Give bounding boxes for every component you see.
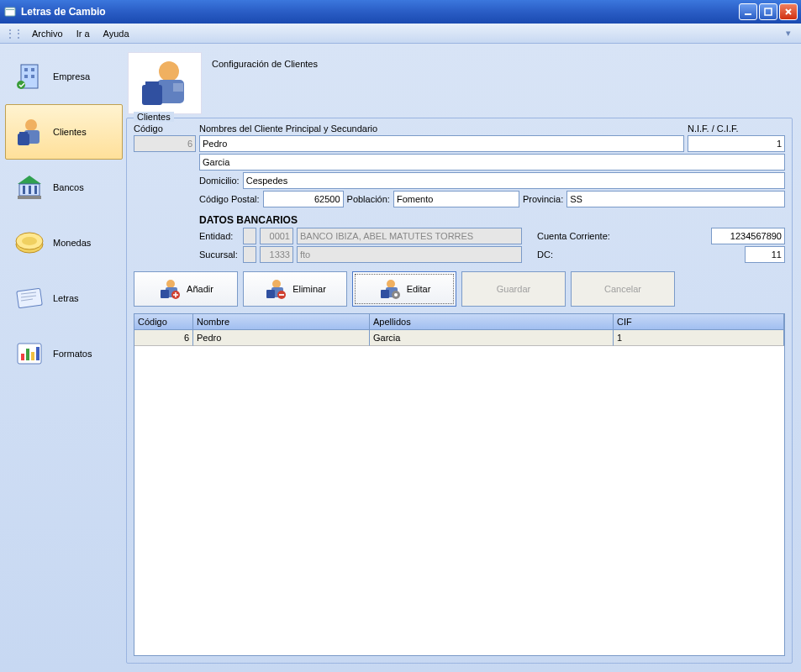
- editar-button[interactable]: Editar: [352, 271, 456, 307]
- svg-rect-1: [6, 9, 14, 10]
- svg-rect-19: [18, 196, 41, 199]
- col-nombre[interactable]: Nombre: [193, 314, 370, 330]
- label-entidad: Entidad:: [199, 231, 240, 241]
- svg-point-10: [25, 119, 37, 131]
- cp-input[interactable]: [263, 191, 344, 207]
- svg-rect-0: [5, 8, 15, 16]
- nombre-secundario-input[interactable]: [199, 154, 785, 171]
- svg-rect-29: [26, 349, 29, 360]
- toolbar-gripper: ⋮⋮: [5, 28, 22, 39]
- label-provincia: Provincia:: [523, 194, 563, 204]
- svg-rect-47: [381, 290, 389, 298]
- sucursal-code-field: 1333: [260, 246, 293, 263]
- sidebar-item-label: Monedas: [53, 238, 91, 248]
- sidebar-item-letras[interactable]: Letras: [5, 270, 123, 326]
- menu-ayuda[interactable]: Ayuda: [97, 27, 136, 40]
- close-button[interactable]: [779, 3, 798, 20]
- cell-cif: 1: [614, 330, 784, 346]
- button-label: Editar: [407, 284, 431, 294]
- col-cif[interactable]: CIF: [614, 314, 784, 330]
- chart-icon: [11, 335, 48, 372]
- svg-rect-16: [23, 186, 25, 194]
- titlebar: Letras de Cambio: [0, 0, 801, 24]
- person-briefcase-icon: [11, 113, 48, 150]
- table-body: 6 Pedro Garcia 1: [134, 330, 784, 655]
- svg-rect-3: [765, 8, 772, 15]
- col-apellidos[interactable]: Apellidos: [370, 314, 614, 330]
- sucursal-name-field: fto: [297, 246, 522, 263]
- menubar: ⋮⋮ Archivo Ir a Ayuda ▾: [0, 24, 801, 44]
- poblacion-input[interactable]: [393, 191, 519, 207]
- label-sucursal: Sucursal:: [199, 249, 240, 260]
- svg-point-32: [159, 61, 179, 81]
- button-label: Cancelar: [604, 284, 641, 294]
- sidebar-item-monedas[interactable]: Monedas: [5, 215, 123, 270]
- minimize-button[interactable]: [739, 3, 757, 20]
- section-datos-bancarios: DATOS BANCARIOS: [199, 214, 298, 226]
- content-header: Configuración de Clientes: [123, 49, 796, 118]
- svg-marker-14: [18, 176, 41, 184]
- svg-rect-13: [19, 132, 28, 134]
- menu-archivo[interactable]: Archivo: [25, 27, 70, 40]
- svg-rect-17: [29, 186, 31, 194]
- svg-point-45: [387, 280, 395, 288]
- sidebar-item-clientes[interactable]: Clientes: [5, 104, 123, 160]
- svg-rect-31: [36, 347, 40, 360]
- content-panel: Configuración de Clientes Clientes Códig…: [123, 49, 796, 667]
- col-codigo[interactable]: Código: [134, 314, 193, 330]
- domicilio-input[interactable]: [243, 172, 785, 189]
- button-label: Eliminar: [292, 284, 326, 294]
- menu-ir-a[interactable]: Ir a: [70, 27, 97, 40]
- svg-point-9: [17, 81, 25, 89]
- maximize-button[interactable]: [759, 3, 777, 20]
- entidad-name-field: BANCO IBIZA, ABEL MATUTES TORRES: [297, 228, 522, 244]
- fieldset-legend: Clientes: [134, 112, 174, 122]
- label-cuenta: Cuenta Corriente:: [537, 231, 618, 241]
- svg-rect-39: [161, 290, 169, 298]
- document-icon: [11, 280, 48, 317]
- label-cp: Código Postal:: [199, 194, 260, 204]
- cancelar-button: Cancelar: [571, 271, 675, 307]
- svg-rect-28: [21, 354, 24, 360]
- eliminar-button[interactable]: Eliminar: [243, 271, 347, 307]
- content-title: Configuración de Clientes: [212, 52, 318, 69]
- cell-codigo: 6: [134, 330, 193, 346]
- sidebar-item-label: Empresa: [53, 71, 90, 81]
- sidebar: Empresa Clientes Bancos Monedas Letras: [5, 49, 123, 667]
- sidebar-item-empresa[interactable]: Empresa: [5, 49, 123, 104]
- label-nombres: Nombres del Cliente Principal y Secundar…: [199, 123, 684, 134]
- svg-rect-12: [18, 134, 29, 145]
- svg-rect-5: [24, 68, 28, 71]
- svg-rect-7: [24, 75, 28, 78]
- svg-rect-30: [31, 352, 34, 360]
- svg-point-22: [22, 237, 37, 245]
- person-edit-icon: [378, 277, 402, 301]
- sidebar-item-formatos[interactable]: Formatos: [5, 326, 123, 381]
- table-row[interactable]: 6 Pedro Garcia 1: [134, 330, 784, 346]
- label-domicilio: Domicilio:: [199, 176, 240, 186]
- svg-rect-36: [145, 81, 159, 86]
- cuenta-input[interactable]: [711, 228, 785, 244]
- anadir-button[interactable]: Añadir: [134, 271, 238, 307]
- table-header: Código Nombre Apellidos CIF: [134, 314, 784, 330]
- label-dc: DC:: [537, 249, 618, 260]
- dc-input[interactable]: [745, 246, 785, 263]
- person-remove-icon: [264, 277, 287, 301]
- provincia-input[interactable]: [566, 191, 785, 207]
- sidebar-item-bancos[interactable]: Bancos: [5, 160, 123, 215]
- svg-rect-6: [31, 68, 34, 71]
- entidad-code-field: 0001: [260, 228, 293, 244]
- cell-nombre: Pedro: [193, 330, 370, 346]
- svg-rect-34: [173, 83, 183, 92]
- svg-rect-23: [17, 288, 43, 308]
- entidad-lookup: [243, 228, 256, 244]
- label-poblacion: Población:: [347, 194, 390, 204]
- toolbar-overflow[interactable]: ▾: [786, 28, 796, 39]
- nombre-principal-input[interactable]: [199, 135, 684, 152]
- sidebar-item-label: Letras: [53, 293, 79, 303]
- main-area: Empresa Clientes Bancos Monedas Letras: [0, 44, 801, 672]
- svg-rect-18: [34, 186, 37, 194]
- person-add-icon: [158, 277, 182, 301]
- guardar-button: Guardar: [461, 271, 566, 307]
- nif-input[interactable]: [688, 135, 785, 152]
